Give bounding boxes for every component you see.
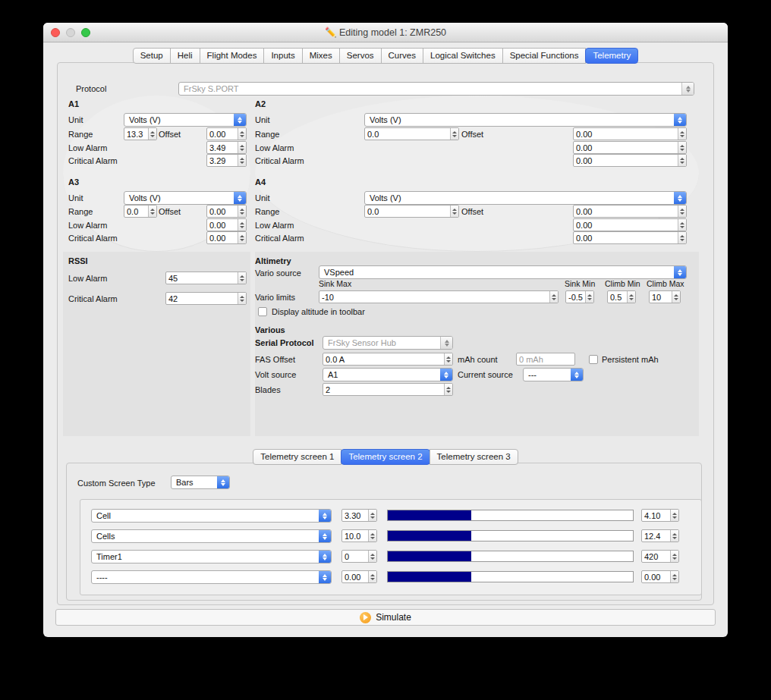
blades-input[interactable] [323, 384, 444, 395]
a1-low-alarm-input[interactable] [207, 142, 238, 153]
a4-offset-input[interactable] [574, 206, 678, 217]
simulate-button[interactable]: Simulate [55, 609, 716, 626]
a2-low-alarm-input[interactable] [574, 142, 678, 153]
climb-min-input[interactable] [608, 291, 627, 303]
a2-critical-alarm-spinner[interactable] [573, 154, 687, 167]
stepper-icon[interactable] [238, 128, 246, 140]
stepper-icon[interactable] [148, 206, 156, 217]
bar1-max-spinner[interactable] [641, 509, 679, 522]
bar4-min-spinner[interactable] [341, 570, 377, 583]
custom-screen-type-select[interactable]: Bars [171, 476, 230, 489]
stepper-icon[interactable] [678, 206, 686, 217]
bar3-source-select[interactable]: Timer1 [91, 550, 332, 563]
bar2-min-spinner[interactable] [341, 529, 377, 542]
stepper-icon[interactable] [450, 206, 458, 217]
volt-source-select[interactable]: A1 [323, 368, 453, 381]
a1-offset-spinner[interactable] [206, 127, 247, 140]
a4-low-alarm-spinner[interactable] [573, 218, 687, 231]
a2-critical-alarm-input[interactable] [574, 155, 678, 166]
bar3-min-spinner[interactable] [341, 550, 377, 563]
stepper-icon[interactable] [549, 291, 558, 303]
stepper-icon[interactable] [670, 571, 678, 582]
persistent-mah-checkbox[interactable] [589, 355, 598, 364]
stepper-icon[interactable] [238, 155, 246, 166]
tab-telemetry-screen-1[interactable]: Telemetry screen 1 [253, 449, 341, 465]
stepper-icon[interactable] [678, 142, 686, 153]
a3-critical-alarm-input[interactable] [207, 232, 238, 243]
bar2-max-spinner[interactable] [641, 529, 679, 542]
stepper-icon[interactable] [450, 128, 458, 140]
rssi-low-alarm-input[interactable] [166, 272, 238, 284]
rssi-low-alarm-spinner[interactable] [165, 272, 247, 284]
a4-low-alarm-input[interactable] [574, 219, 678, 231]
a1-range-spinner[interactable] [124, 127, 157, 140]
tab-curves[interactable]: Curves [381, 48, 423, 64]
a3-range-input[interactable] [124, 206, 148, 217]
climb-max-spinner[interactable] [649, 290, 681, 303]
rssi-critical-alarm-input[interactable] [166, 293, 238, 304]
bar1-min-spinner[interactable] [341, 509, 377, 522]
stepper-icon[interactable] [678, 155, 686, 166]
a3-unit-select[interactable]: Volts (V) [124, 191, 247, 205]
bar1-source-select[interactable]: Cell [91, 509, 332, 523]
tab-telemetry-screen-3[interactable]: Telemetry screen 3 [430, 449, 518, 465]
stepper-icon[interactable] [238, 232, 246, 243]
stepper-icon[interactable] [670, 510, 678, 521]
tab-special-functions[interactable]: Special Functions [502, 48, 587, 64]
sink-max-input[interactable] [319, 291, 549, 303]
a1-low-alarm-spinner[interactable] [206, 141, 247, 154]
a3-low-alarm-spinner[interactable] [206, 218, 247, 231]
bar4-max-spinner[interactable] [641, 570, 679, 583]
a4-range-input[interactable] [365, 206, 450, 217]
tab-inputs[interactable]: Inputs [263, 48, 302, 64]
climb-min-spinner[interactable] [607, 290, 636, 303]
bar1-max-input[interactable] [642, 510, 670, 521]
stepper-icon[interactable] [238, 272, 246, 284]
tab-logical-switches[interactable]: Logical Switches [423, 48, 503, 64]
bar3-max-spinner[interactable] [641, 550, 679, 563]
mah-count-field[interactable] [516, 353, 575, 366]
stepper-icon[interactable] [368, 551, 376, 562]
stepper-icon[interactable] [672, 291, 680, 303]
stepper-icon[interactable] [238, 219, 246, 231]
tab-flight-modes[interactable]: Flight Modes [200, 48, 265, 64]
stepper-icon[interactable] [444, 353, 452, 365]
rssi-critical-alarm-spinner[interactable] [165, 292, 247, 305]
bar3-max-input[interactable] [642, 551, 670, 562]
a2-offset-spinner[interactable] [573, 127, 687, 140]
sink-min-input[interactable] [566, 291, 585, 303]
stepper-icon[interactable] [670, 530, 678, 541]
a1-range-input[interactable] [124, 128, 148, 140]
a1-critical-alarm-input[interactable] [207, 155, 238, 166]
stepper-icon[interactable] [678, 219, 686, 231]
stepper-icon[interactable] [627, 291, 635, 303]
serial-protocol-select[interactable]: FrSky Sensor Hub [323, 336, 453, 350]
stepper-icon[interactable] [585, 291, 593, 303]
a4-offset-spinner[interactable] [573, 205, 687, 218]
sink-min-spinner[interactable] [565, 290, 594, 303]
a3-offset-input[interactable] [207, 206, 238, 217]
fas-offset-spinner[interactable] [323, 353, 453, 366]
stepper-icon[interactable] [444, 384, 452, 395]
a2-range-spinner[interactable] [364, 127, 459, 140]
stepper-icon[interactable] [238, 142, 246, 153]
bar1-min-input[interactable] [342, 510, 368, 521]
bar4-max-input[interactable] [642, 571, 670, 582]
a3-offset-spinner[interactable] [206, 205, 247, 218]
a3-critical-alarm-spinner[interactable] [206, 231, 247, 244]
a3-range-spinner[interactable] [124, 205, 157, 218]
a2-unit-select[interactable]: Volts (V) [364, 113, 687, 127]
stepper-icon[interactable] [368, 510, 376, 521]
protocol-select[interactable]: FrSky S.PORT [178, 82, 694, 96]
a2-low-alarm-spinner[interactable] [573, 141, 687, 154]
a4-critical-alarm-input[interactable] [574, 232, 678, 243]
a1-offset-input[interactable] [207, 128, 238, 140]
stepper-icon[interactable] [368, 530, 376, 541]
bar4-min-input[interactable] [342, 571, 368, 582]
sink-max-spinner[interactable] [319, 290, 559, 303]
stepper-icon[interactable] [238, 206, 246, 217]
stepper-icon[interactable] [678, 128, 686, 140]
tab-telemetry[interactable]: Telemetry [585, 48, 638, 64]
bar2-max-input[interactable] [642, 530, 670, 541]
stepper-icon[interactable] [670, 551, 678, 562]
